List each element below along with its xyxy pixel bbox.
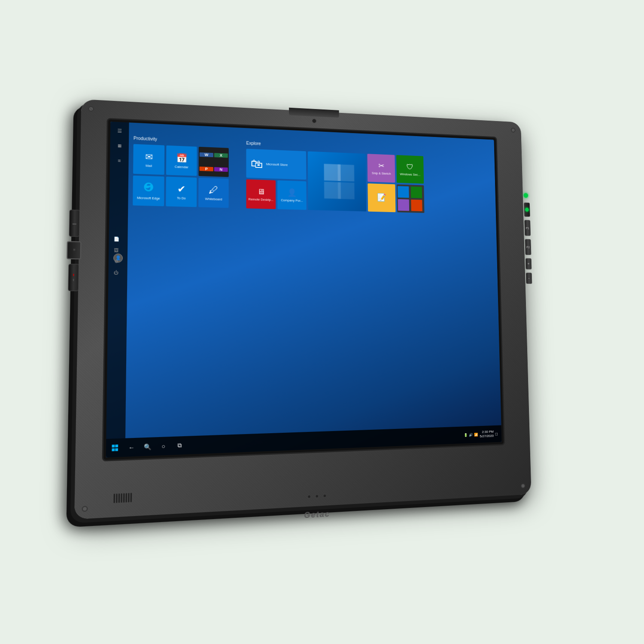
snip-tile[interactable]: ✂ Snip & Sketch xyxy=(367,154,395,182)
todo-tile[interactable]: ✔ To Do xyxy=(166,176,197,207)
settings-icon[interactable]: ⚙ xyxy=(114,259,118,264)
productivity-title: Productivity xyxy=(134,136,229,145)
sidebar-extras: 📄 🖼 ⚙ ⏻ xyxy=(113,237,119,275)
clock: 2:30 PM 5/27/2020 xyxy=(480,429,494,439)
company-tile[interactable]: 👤 Company Por... xyxy=(277,180,307,210)
brand-logo: Getac xyxy=(304,509,330,520)
screen: ☰ ▦ ≡ Productivity ✉ xyxy=(106,122,502,457)
taskbar-back[interactable]: ← xyxy=(124,440,139,455)
start-sidebar: ☰ ▦ ≡ xyxy=(106,122,129,439)
edge-tile[interactable]: Microsoft Edge xyxy=(133,176,164,207)
calendar-label: Calendar xyxy=(175,164,188,169)
winsec-tile[interactable]: 🛡 Windows Sec... xyxy=(396,155,424,184)
company-icon: 👤 xyxy=(287,188,297,197)
indicator-3 xyxy=(323,494,326,498)
explore-left: 🛍 Microsoft Store 🖥 Remote Desktp... xyxy=(246,149,306,210)
explore-group: Explore 🛍 Microsoft Store xyxy=(246,141,428,430)
port-pins: ⠿ xyxy=(73,249,75,252)
snip-label: Snip & Sketch xyxy=(372,171,391,176)
led-group xyxy=(523,193,529,197)
remote-tile[interactable]: 🖥 Remote Desktp... xyxy=(246,179,276,209)
explore-tiles: 🛍 Microsoft Store 🖥 Remote Desktp... xyxy=(246,149,424,213)
tablet-scene: ☰ ▦ ≡ Productivity ✉ xyxy=(64,86,580,558)
start-button[interactable] xyxy=(108,440,122,455)
screw-tr xyxy=(511,128,516,132)
battery-icon: 🔋 xyxy=(464,433,468,437)
volume-down-button[interactable]: - xyxy=(526,273,532,284)
screen-bezel: ☰ ▦ ≡ Productivity ✉ xyxy=(102,118,505,462)
led-indicator xyxy=(523,193,528,197)
network-icon: 📶 xyxy=(474,432,478,436)
productivity-grid: ✉ Mail 📅 Calendar W X xyxy=(133,144,229,208)
indicator-2 xyxy=(315,494,319,498)
calendar-tile[interactable]: 📅 Calendar xyxy=(166,146,197,176)
screw-tl xyxy=(88,106,94,112)
bottom-indicators xyxy=(307,494,326,499)
mail-tile[interactable]: ✉ Mail xyxy=(133,144,164,175)
mail-icon: ✉ xyxy=(145,151,153,162)
notification-icon[interactable]: □ xyxy=(495,431,498,436)
picture-icon[interactable]: 🖼 xyxy=(114,248,118,253)
port-block-1: ▬ xyxy=(69,210,80,237)
port-connector: ⠿ xyxy=(67,241,81,260)
date-display: 5/27/2020 xyxy=(480,434,494,439)
list-icon[interactable]: ≡ xyxy=(114,155,125,166)
todo-icon: ✔ xyxy=(177,183,185,195)
system-tray: 🔋 🔊 📶 xyxy=(464,432,478,437)
screw-br xyxy=(521,483,526,489)
store-label: Microsoft Store xyxy=(266,162,288,167)
whiteboard-tile[interactable]: 🖊 Whiteboard xyxy=(198,178,229,208)
apps-grid-tile[interactable] xyxy=(397,184,424,213)
power-button[interactable] xyxy=(524,203,530,217)
productivity-group: Productivity ✉ Mail 📅 Calendar xyxy=(130,136,229,433)
remote-icon: 🖥 xyxy=(257,187,265,196)
volume-up-button[interactable]: + xyxy=(526,258,532,269)
winsec-label: Windows Sec... xyxy=(400,172,420,176)
todo-label: To Do xyxy=(177,196,186,200)
tablet-body: ☰ ▦ ≡ Productivity ✉ xyxy=(74,99,532,519)
screw-bl xyxy=(82,506,88,512)
usb-icon: ⬆ xyxy=(72,273,75,277)
power-icon[interactable]: ⏻ xyxy=(114,270,118,276)
left-ports: ▬ ⠿ ⬆ ⬆ xyxy=(66,210,82,291)
sticky-icon: 📝 xyxy=(377,192,386,202)
explore-extra: ✂ Snip & Sketch 🛡 Windows Sec... xyxy=(367,154,424,213)
usb2-icon: ⬆ xyxy=(72,278,75,282)
top-ridge xyxy=(289,108,339,118)
remote-label: Remote Desktp... xyxy=(249,197,273,202)
explore-right xyxy=(308,151,367,211)
p2-button[interactable]: P2 xyxy=(525,239,531,255)
mail-label: Mail xyxy=(146,164,152,168)
taskbar-items: ← 🔍 ○ ⧉ xyxy=(124,438,186,454)
file-icon[interactable]: 📄 xyxy=(114,237,119,242)
calendar-icon: 📅 xyxy=(176,152,187,163)
explore-row2-extra: 📝 xyxy=(368,183,424,213)
volume-icon: 🔊 xyxy=(469,433,473,437)
winsec-icon: 🛡 xyxy=(407,163,414,171)
windows-tile[interactable] xyxy=(308,151,367,211)
whiteboard-label: Whiteboard xyxy=(205,197,222,201)
office-tile[interactable]: W X P N xyxy=(198,147,228,177)
store-tile[interactable]: 🛍 Microsoft Store xyxy=(246,149,306,179)
windows-logo xyxy=(112,444,118,451)
explore-row2: 🖥 Remote Desktp... 👤 Company Por... xyxy=(246,179,306,210)
port-symbols: ⬆ ⬆ xyxy=(72,273,75,282)
snip-icon: ✂ xyxy=(378,161,384,170)
taskbar-search[interactable]: 🔍 xyxy=(140,440,155,454)
taskbar-taskview[interactable]: ⧉ xyxy=(172,438,186,453)
whiteboard-icon: 🖊 xyxy=(209,185,219,196)
company-label: Company Por... xyxy=(281,198,303,203)
p1-button[interactable]: P1 xyxy=(524,220,531,236)
sticky-tile[interactable]: 📝 xyxy=(368,183,395,212)
tile-area: Productivity ✉ Mail 📅 Calendar xyxy=(130,136,493,433)
speaker-grille xyxy=(113,493,132,503)
taskbar-cortana[interactable]: ○ xyxy=(156,439,170,453)
hamburger-icon[interactable]: ☰ xyxy=(114,125,125,137)
grid-icon[interactable]: ▦ xyxy=(114,140,125,151)
indicator-1 xyxy=(307,495,311,498)
taskbar-right: 🔋 🔊 📶 2:30 PM 5/27/2020 □ xyxy=(464,429,500,439)
power-led xyxy=(525,208,529,212)
right-buttons: P1 P2 + - xyxy=(523,193,532,284)
desktop: ☰ ▦ ≡ Productivity ✉ xyxy=(106,122,502,457)
edge-icon xyxy=(143,182,154,195)
